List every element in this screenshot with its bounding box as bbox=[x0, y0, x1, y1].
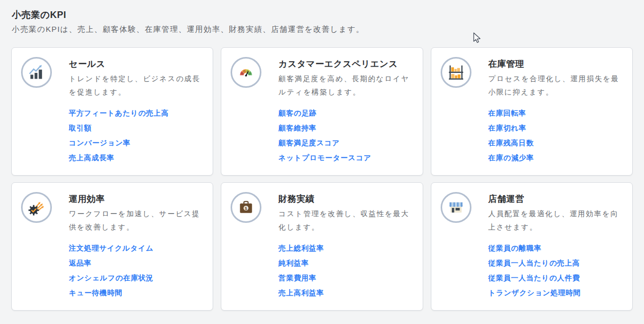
kpi-link[interactable]: 在庫残高日数 bbox=[488, 139, 623, 146]
card-content: 在庫管理 プロセスを合理化し、運用損失を最小限に抑えます。 在庫回転率在庫切れ率… bbox=[488, 57, 623, 169]
kpi-link[interactable]: 在庫切れ率 bbox=[488, 124, 623, 131]
kpi-link[interactable]: キュー待機時間 bbox=[69, 289, 203, 296]
kpi-link[interactable]: オンシェルフの在庫状況 bbox=[69, 274, 203, 281]
briefcase-dollar-icon: $ bbox=[237, 198, 255, 217]
kpi-link-list: 平方フィートあたりの売上高取引額コンバージョン率売上高成長率 bbox=[69, 109, 203, 161]
page-subtitle: 小売業のKPIは、売上、顧客体験、在庫管理、運用効率、財務実績、店舗運営を改善し… bbox=[12, 25, 632, 34]
kpi-link[interactable]: 従業員一人当たりの人件費 bbox=[488, 274, 623, 281]
card-title: 運用効率 bbox=[69, 193, 203, 205]
kpi-card: セールス トレンドを特定し、ビジネスの成長を促進します。 平方フィートあたりの売… bbox=[11, 47, 213, 176]
kpi-link[interactable]: 売上総利益率 bbox=[278, 244, 413, 252]
card-description: 人員配置を最適化し、運用効率を向上させます。 bbox=[488, 207, 621, 234]
icon-circle: $ bbox=[231, 192, 261, 223]
satisfaction-gauge-icon bbox=[237, 63, 255, 82]
kpi-link[interactable]: ネットプロモータースコア bbox=[278, 154, 413, 161]
kpi-link-list: 顧客の足跡顧客維持率顧客満足度スコアネットプロモータースコア bbox=[278, 109, 413, 161]
icon-circle bbox=[231, 57, 261, 88]
kpi-link[interactable]: 在庫の減少率 bbox=[488, 154, 623, 161]
kpi-link-list: 在庫回転率在庫切れ率在庫残高日数在庫の減少率 bbox=[488, 109, 623, 161]
card-content: カスタマーエクスペリエンス 顧客満足度を高め、長期的なロイヤルティを構築します。… bbox=[278, 57, 413, 169]
svg-text:$: $ bbox=[245, 206, 248, 211]
kpi-link-list: 従業員の離職率従業員一人当たりの売上高従業員一人当たりの人件費トランザクション処… bbox=[488, 244, 623, 296]
mouse-cursor bbox=[473, 32, 482, 46]
kpi-card-grid: セールス トレンドを特定し、ビジネスの成長を促進します。 平方フィートあたりの売… bbox=[11, 47, 633, 311]
kpi-link[interactable]: コンバージョン率 bbox=[69, 139, 203, 146]
kpi-card: $ 財務実績 コスト管理を改善し、収益性を最大化します。 売上総利益率純利益率営… bbox=[221, 182, 423, 311]
kpi-link[interactable]: 従業員一人当たりの売上高 bbox=[488, 259, 623, 266]
kpi-card: 運用効率 ワークフローを加速し、サービス提供を改善します。 注文処理サイクルタイ… bbox=[11, 182, 213, 311]
card-title: 店舗運営 bbox=[488, 193, 623, 205]
kpi-link-list: 注文処理サイクルタイム返品率オンシェルフの在庫状況キュー待機時間 bbox=[69, 244, 203, 296]
kpi-link[interactable]: 従業員の離職率 bbox=[488, 244, 623, 252]
card-content: 店舗運営 人員配置を最適化し、運用効率を向上させます。 従業員の離職率従業員一人… bbox=[488, 192, 623, 304]
kpi-link[interactable]: 売上高利益率 bbox=[278, 289, 413, 296]
gear-check-arrows-icon bbox=[27, 198, 46, 217]
icon-circle bbox=[441, 57, 471, 88]
card-title: 在庫管理 bbox=[488, 58, 623, 70]
kpi-link-list: 売上総利益率純利益率営業費用率売上高利益率 bbox=[278, 244, 413, 296]
kpi-link[interactable]: 取引額 bbox=[69, 124, 203, 131]
kpi-link[interactable]: 返品率 bbox=[69, 259, 203, 266]
card-description: コスト管理を改善し、収益性を最大化します。 bbox=[278, 207, 411, 234]
kpi-card: カスタマーエクスペリエンス 顧客満足度を高め、長期的なロイヤルティを構築します。… bbox=[221, 47, 423, 176]
kpi-link[interactable]: 営業費用率 bbox=[278, 274, 413, 281]
card-description: 顧客満足度を高め、長期的なロイヤルティを構築します。 bbox=[278, 72, 411, 99]
bar-chart-growth-icon bbox=[27, 63, 46, 82]
kpi-card: 在庫管理 プロセスを合理化し、運用損失を最小限に抑えます。 在庫回転率在庫切れ率… bbox=[431, 47, 633, 176]
page-header: 小売業のKPI 小売業のKPIは、売上、顧客体験、在庫管理、運用効率、財務実績、… bbox=[0, 0, 644, 34]
kpi-link[interactable]: 純利益率 bbox=[278, 259, 413, 266]
card-title: 財務実績 bbox=[278, 193, 413, 205]
kpi-link[interactable]: 顧客維持率 bbox=[278, 124, 413, 131]
icon-circle bbox=[21, 57, 52, 88]
kpi-link[interactable]: 売上高成長率 bbox=[69, 154, 203, 161]
page-title: 小売業のKPI bbox=[12, 9, 632, 21]
kpi-link[interactable]: 平方フィートあたりの売上高 bbox=[69, 109, 203, 117]
icon-circle bbox=[21, 192, 52, 223]
icon-circle bbox=[441, 192, 471, 223]
card-description: トレンドを特定し、ビジネスの成長を促進します。 bbox=[69, 72, 201, 99]
card-content: 運用効率 ワークフローを加速し、サービス提供を改善します。 注文処理サイクルタイ… bbox=[69, 192, 203, 304]
card-content: 財務実績 コスト管理を改善し、収益性を最大化します。 売上総利益率純利益率営業費… bbox=[278, 192, 413, 304]
card-description: ワークフローを加速し、サービス提供を改善します。 bbox=[69, 207, 201, 234]
inventory-shelf-icon bbox=[447, 63, 465, 82]
kpi-link[interactable]: 顧客の足跡 bbox=[278, 109, 413, 117]
kpi-link[interactable]: 顧客満足度スコア bbox=[278, 139, 413, 146]
card-description: プロセスを合理化し、運用損失を最小限に抑えます。 bbox=[488, 72, 621, 99]
kpi-link[interactable]: 在庫回転率 bbox=[488, 109, 623, 117]
card-content: セールス トレンドを特定し、ビジネスの成長を促進します。 平方フィートあたりの売… bbox=[69, 57, 203, 169]
card-title: カスタマーエクスペリエンス bbox=[278, 58, 413, 70]
card-title: セールス bbox=[69, 58, 203, 70]
kpi-card: 店舗運営 人員配置を最適化し、運用効率を向上させます。 従業員の離職率従業員一人… bbox=[431, 182, 633, 311]
kpi-link[interactable]: トランザクション処理時間 bbox=[488, 289, 623, 296]
storefront-icon bbox=[447, 198, 465, 217]
kpi-link[interactable]: 注文処理サイクルタイム bbox=[69, 244, 203, 252]
